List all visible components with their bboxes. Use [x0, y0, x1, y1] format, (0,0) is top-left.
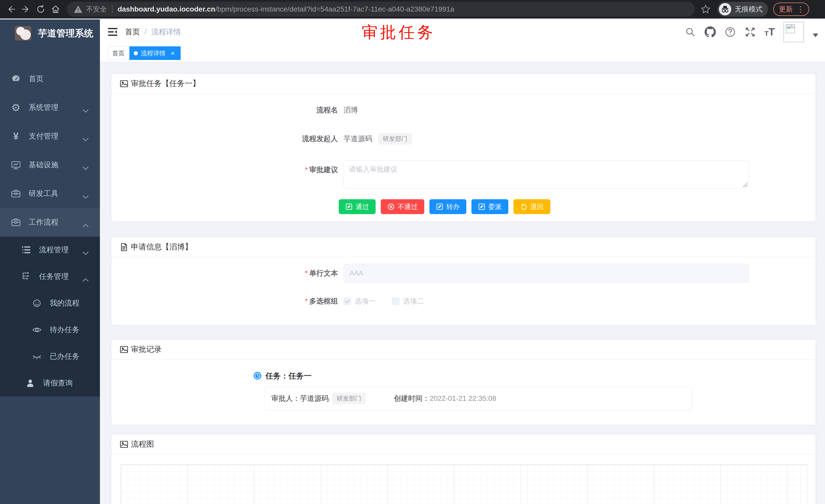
help-button[interactable] [725, 26, 736, 37]
sidebar-item-done-tasks[interactable]: 已办任务 [0, 343, 100, 370]
panel-title: 审批任务【任务一】 [131, 78, 200, 89]
process-diagram-panel-header: 流程图 [111, 434, 816, 454]
breadcrumb-home[interactable]: 首页 [125, 27, 140, 37]
checkbox-option-two[interactable]: 选项二 [392, 297, 424, 306]
browser-update-button[interactable]: 更新 ⋮ [773, 3, 809, 16]
tab-home[interactable]: 首页 [108, 47, 129, 60]
header-search-button[interactable] [685, 26, 696, 37]
sidebar-item-process-management[interactable]: 流程管理 [0, 237, 100, 263]
sidebar-collapse-button[interactable] [107, 26, 119, 37]
checkbox-unchecked-icon[interactable] [392, 298, 399, 305]
question-circle-icon [725, 27, 736, 37]
update-label: 更新 [779, 5, 793, 14]
github-link-button[interactable] [704, 26, 716, 37]
sidebar-item-label: 研发工具 [29, 188, 58, 199]
robot-face-icon [31, 298, 43, 308]
tree-icon [20, 271, 32, 282]
checkbox-checked-icon[interactable] [344, 298, 351, 305]
edit-icon [478, 203, 485, 210]
picture-icon [120, 345, 128, 354]
avatar-caret-icon[interactable] [813, 33, 818, 37]
approval-task-panel-header: 审批任务【任务一】 [111, 74, 816, 94]
bpmn-canvas-grid[interactable] [121, 465, 807, 504]
return-button[interactable]: 退回 [513, 199, 550, 214]
tab-close-icon[interactable]: × [169, 50, 176, 57]
chevron-down-icon [82, 135, 89, 143]
process-diagram-panel: 流程图 [111, 434, 816, 504]
browser-reload-button[interactable] [33, 2, 48, 17]
text-field-row: *单行文本 [111, 264, 816, 283]
breadcrumb-separator: / [145, 28, 147, 36]
yen-icon: ¥ [10, 132, 21, 141]
reject-button[interactable]: 不通过 [381, 199, 424, 214]
initiator-row: 流程发起人 芋道源码 研发部门 [111, 132, 816, 146]
undo-icon [520, 203, 527, 210]
required-asterisk: * [305, 297, 308, 305]
sidebar-item-my-process[interactable]: 我的流程 [0, 290, 100, 317]
edit-icon [436, 203, 443, 210]
panel-title: 申请信息【滔博】 [131, 242, 193, 252]
textarea-resize-grip[interactable] [743, 183, 748, 187]
sidebar-item-payment[interactable]: ¥ 支付管理 [0, 122, 100, 151]
browser-forward-button[interactable] [18, 2, 33, 17]
tab-process-detail[interactable]: 流程详情 × [129, 47, 180, 60]
opinion-label: *审批建议 [111, 160, 338, 175]
sidebar-item-todo-tasks[interactable]: 待办任务 [0, 317, 100, 343]
url-path: /bpm/process-instance/detail?id=54aa251f… [215, 5, 454, 13]
annotation-approve-task: 审批任务 [362, 21, 436, 43]
approval-task-panel: 审批任务【任务一】 流程名 滔博 流程发起人 芋道源码 研发部门 *审批建 [111, 74, 816, 222]
sidebar-item-devtools[interactable]: 研发工具 [0, 179, 100, 208]
large-t: T [769, 26, 775, 37]
gear-icon: ⚙ [10, 102, 21, 113]
required-asterisk: * [305, 166, 308, 174]
omnibox-divider [112, 5, 112, 13]
opinion-textarea[interactable]: 请输入审批建议 [344, 160, 749, 188]
fullscreen-button[interactable] [745, 26, 756, 37]
delegate-button[interactable]: 委派 [471, 199, 508, 214]
sidebar-item-label: 首页 [29, 74, 44, 84]
back-arrow-icon [6, 4, 16, 14]
sidebar-item-leave-query[interactable]: 请假查询 [0, 370, 100, 397]
create-time-value: 2022-01-21 22:35:08 [430, 394, 496, 403]
sidebar-item-infrastructure[interactable]: 基础设施 [0, 151, 100, 179]
fold-icon [107, 27, 118, 36]
font-size-button[interactable]: TT [764, 26, 775, 37]
sidebar: 芋道管理系统 首页 ⚙ 系统管理 ¥ 支付管理 [0, 19, 100, 504]
search-icon [685, 27, 695, 37]
chevron-up-icon [82, 275, 89, 283]
single-line-text-input[interactable] [344, 264, 749, 283]
avatar[interactable] [783, 22, 804, 42]
address-bar[interactable]: 不安全 dashboard.yudao.iocoder.cn/bpm/proce… [67, 2, 695, 17]
checkbox-option-one[interactable]: 选项一 [344, 297, 376, 306]
sidebar-item-label: 工作流程 [29, 217, 58, 228]
list-tree-icon [20, 245, 32, 255]
approval-actions: 通过 不通过 转办 委派 [339, 199, 816, 214]
incognito-label: 无痕模式 [735, 5, 762, 14]
sidebar-item-task-management[interactable]: 任务管理 [0, 263, 100, 290]
approve-button[interactable]: 通过 [339, 199, 376, 214]
sidebar-item-label: 流程管理 [39, 245, 69, 255]
browser-menu-dots-icon[interactable]: ⋮ [797, 5, 805, 13]
sidebar-item-system[interactable]: ⚙ 系统管理 [0, 93, 100, 122]
sidebar-item-label: 任务管理 [39, 271, 69, 282]
broken-image-icon [785, 24, 795, 33]
opinion-row: *审批建议 请输入审批建议 [111, 160, 816, 188]
incognito-icon [719, 3, 731, 15]
briefcase-icon [10, 217, 21, 228]
app-logo[interactable]: 芋道管理系统 [0, 19, 100, 47]
sidebar-item-label: 支付管理 [29, 131, 58, 141]
chevron-down-icon [82, 192, 89, 200]
sidebar-item-home[interactable]: 首页 [0, 65, 100, 93]
sidebar-item-label: 已办任务 [50, 351, 79, 362]
browser-home-button[interactable] [48, 2, 63, 17]
browser-back-button[interactable] [4, 2, 18, 17]
navbar: 首页 / 流程详情 TT [100, 19, 825, 44]
toolbox-icon [10, 188, 21, 199]
transfer-button[interactable]: 转办 [430, 199, 466, 214]
home-icon [51, 4, 61, 14]
application-info-panel: 申请信息【滔博】 *单行文本 *多选框组 选项一 [111, 237, 816, 325]
spy-hat-glasses-icon [721, 5, 730, 14]
approver-label: 审批人： [271, 394, 300, 403]
sidebar-item-workflow[interactable]: 工作流程 [0, 208, 100, 237]
bookmark-star-button[interactable] [700, 4, 711, 14]
